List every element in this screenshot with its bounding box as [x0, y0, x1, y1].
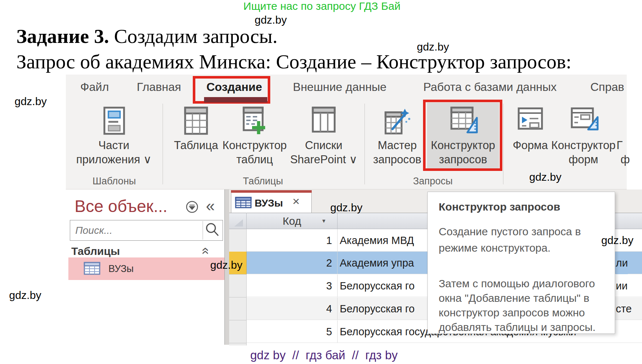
table-design-button[interactable]: Конструктор	[222, 140, 287, 151]
application-parts-button[interactable]: Части	[85, 140, 143, 151]
application-parts-icon	[103, 107, 126, 136]
application-parts-button-line2[interactable]: приложения ∨	[70, 154, 157, 165]
watermark-site: gdz.by	[417, 41, 449, 53]
tooltip-title: Конструктор запросов	[439, 201, 615, 213]
task-label: Задание 3.	[16, 25, 109, 47]
tooltip-query-design: Конструктор запросов Создание пустого за…	[427, 192, 615, 334]
create-tab-underline	[204, 97, 267, 103]
watermark-footer: gdz by // гдз бай // гдз by	[250, 348, 398, 362]
sharepoint-lists-button[interactable]: Списки	[295, 140, 353, 151]
search-icon[interactable]	[203, 221, 222, 240]
watermark-site: gdz.by	[210, 259, 242, 271]
shutter-bar-collapse-icon[interactable]: «	[206, 199, 215, 213]
page: Ищите нас по запросу ГДЗ Бай gdz.by Зада…	[0, 0, 642, 364]
row-selector[interactable]	[229, 275, 247, 297]
watermark-banner: Ищите нас по запросу ГДЗ Бай	[207, 0, 436, 12]
clipped-button-fragment: Г	[617, 140, 623, 151]
section-collapse-icon[interactable]: «	[199, 247, 213, 255]
cell-code: 5	[247, 320, 338, 343]
cell-name-fragment: сте	[616, 297, 632, 320]
cell-name-fragment: ии	[616, 275, 627, 297]
nav-item-label: ВУЗы	[108, 263, 133, 275]
page-title: Задание 3. Создадим запросы.	[16, 25, 278, 48]
table-icon	[184, 107, 208, 136]
table-button[interactable]: Таблица	[167, 140, 225, 151]
cell-code: 3	[247, 275, 338, 297]
watermark-site: gdz.by	[601, 234, 633, 247]
column-sort-dropdown-icon[interactable]: ▾	[322, 217, 326, 225]
close-icon[interactable]: ×	[292, 194, 300, 208]
active-tab-accent	[231, 190, 312, 193]
task-text: Создадим запросы.	[109, 25, 278, 47]
cell-code: 1	[247, 229, 338, 252]
row-selector[interactable]	[229, 320, 247, 343]
sharepoint-lists-icon	[312, 107, 336, 135]
query-wizard-icon	[384, 107, 412, 136]
watermark-site: gdz.by	[529, 171, 561, 183]
row-selector[interactable]	[229, 229, 247, 252]
row-selector[interactable]	[229, 297, 247, 320]
datasheet-table-icon	[235, 197, 252, 211]
subtitle: Запрос об академиях Минска: Создание – К…	[16, 50, 571, 73]
cell-code: 2	[247, 252, 338, 274]
search-input[interactable]	[75, 220, 203, 240]
table-design-icon	[243, 107, 267, 137]
clipped-button-fragment: ф	[621, 154, 630, 165]
nav-pane-title: Все объек...	[75, 196, 167, 216]
tooltip-paragraph: Создание пустого запроса в режиме констр…	[439, 223, 605, 256]
tab-help[interactable]: Справ	[590, 80, 627, 94]
sharepoint-lists-button-line2[interactable]: SharePoint ∨	[287, 154, 361, 165]
row-selector-stub	[229, 343, 247, 345]
nav-menu-dropdown-icon[interactable]	[186, 200, 199, 216]
annotation-box-query-design	[423, 100, 502, 171]
cell-name-fragment: ли	[616, 252, 628, 274]
table-object-icon	[84, 262, 100, 277]
query-wizard-button[interactable]: Мастер	[368, 140, 426, 151]
select-all-icon	[234, 219, 243, 227]
tab-database-tools[interactable]: Работа с базами данных	[415, 80, 565, 94]
group-label-tables: Таблицы	[234, 176, 292, 186]
group-divider	[364, 104, 365, 184]
group-label-queries: Запросы	[404, 176, 462, 186]
watermark-site: gdz.by	[330, 201, 362, 214]
form-icon	[518, 107, 544, 132]
form-design-icon	[571, 107, 599, 133]
tab-file[interactable]: Файл	[75, 80, 115, 94]
watermark-site: gdz.by	[9, 289, 41, 301]
form-design-button[interactable]: Конструктор	[551, 140, 616, 151]
group-divider	[163, 104, 163, 184]
search-box	[70, 220, 223, 241]
cell-code: 4	[247, 297, 338, 320]
form-design-button-line2[interactable]: форм	[554, 154, 613, 165]
tab-home[interactable]: Главная	[132, 80, 186, 94]
nav-item-vuzy[interactable]: ВУЗы	[68, 257, 224, 280]
group-label-templates: Шаблоны	[85, 176, 143, 186]
nav-section-tables[interactable]: Таблицы	[71, 245, 120, 257]
tab-external-data[interactable]: Внешние данные	[290, 80, 390, 94]
watermark-site: gdz.by	[255, 14, 287, 26]
watermark-site: gdz.by	[15, 95, 47, 108]
query-wizard-button-line2[interactable]: запросов	[368, 154, 426, 165]
table-design-button-line2[interactable]: таблиц	[226, 154, 284, 165]
tooltip-paragraph: Затем с помощью диалогового окна "Добавл…	[439, 276, 605, 335]
document-tab-label: ВУЗы	[255, 197, 288, 209]
